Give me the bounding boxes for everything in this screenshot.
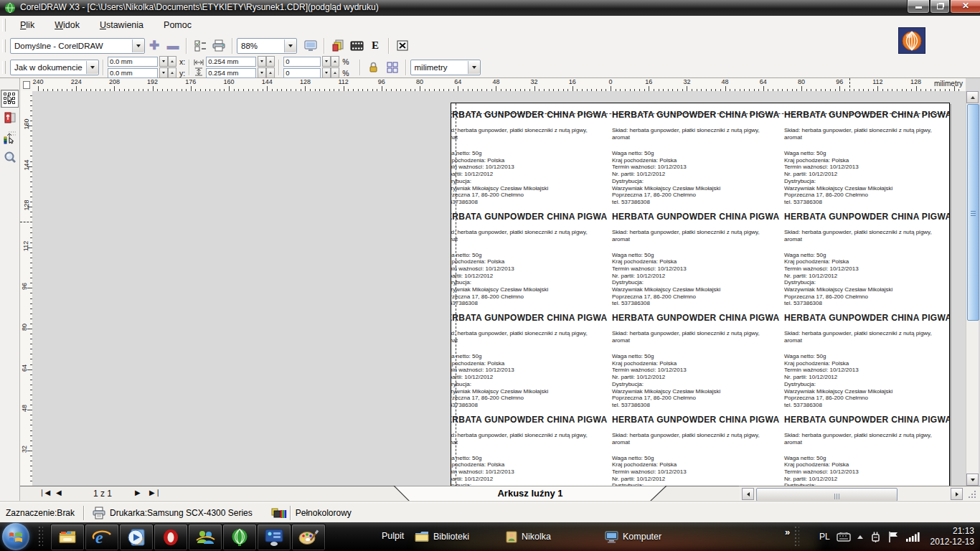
spin-up-button[interactable] <box>266 56 275 67</box>
delete-preset-button[interactable]: ▬ <box>164 37 182 55</box>
taskbar-nikolka-button[interactable]: Nikolka <box>506 527 551 547</box>
spin-down-button[interactable] <box>322 56 331 67</box>
position-y-input[interactable]: 0.0 mm <box>108 68 158 78</box>
close-button[interactable]: ✕ <box>950 0 980 14</box>
spin-down-button[interactable] <box>258 67 266 78</box>
taskbar-biblioteki-button[interactable]: Biblioteki <box>415 527 469 547</box>
next-page-button[interactable]: ▶ <box>135 489 141 496</box>
close-preview-button[interactable] <box>393 37 412 55</box>
menu-pomoc[interactable]: Pomoc <box>154 18 202 32</box>
scale-y-input[interactable]: 0 <box>283 68 321 78</box>
preset-combobox[interactable]: Domyślne - CorelDRAW <box>10 38 145 54</box>
keyboard-icon[interactable] <box>837 532 851 542</box>
units-dropdown-button[interactable] <box>468 61 480 74</box>
menu-ustawienia[interactable]: Ustawienia <box>90 18 154 32</box>
taskbar-opera-button[interactable] <box>154 524 188 551</box>
mirror-button[interactable]: E <box>366 37 385 55</box>
preview-canvas[interactable]: HERBATA GUNPOWDER CHINA PIGWA Skład: her… <box>32 91 966 486</box>
ruler-horizontal[interactable]: milimetry 240224208192176160144128112968… <box>32 78 966 92</box>
sheet-tab[interactable]: Arkusz luźny 1 <box>393 486 667 501</box>
tile-width-input[interactable]: 0.254 mm <box>206 57 256 67</box>
restore-button[interactable] <box>930 0 950 14</box>
vertical-scroll-thumb[interactable] <box>967 104 979 321</box>
ruler-corner[interactable] <box>20 78 33 92</box>
zoom-tool-button[interactable] <box>1 148 19 166</box>
lock-ratio-button[interactable] <box>364 58 383 77</box>
spin-down-button[interactable] <box>159 56 168 67</box>
print-button[interactable] <box>209 37 228 55</box>
spin-down-button[interactable] <box>159 67 168 78</box>
spin-up-button[interactable] <box>331 67 339 78</box>
position-x-input[interactable]: 0.0 mm <box>108 57 158 67</box>
spin-down-button[interactable] <box>258 56 266 67</box>
taskbar-grip[interactable] <box>39 527 43 547</box>
product-label[interactable]: HERBATA GUNPOWDER CHINA PIGWA Skład: her… <box>612 110 778 206</box>
spin-down-button[interactable] <box>322 67 331 78</box>
marks-placement-tool-button[interactable] <box>1 128 19 146</box>
product-label[interactable]: HERBATA GUNPOWDER CHINA PIGWA Skład: her… <box>451 110 606 206</box>
ruler-vertical[interactable]: milimetry 1601441281129680644832 <box>20 91 33 486</box>
product-label[interactable]: HERBATA GUNPOWDER CHINA PIGWA Skład: her… <box>612 212 778 308</box>
product-label[interactable]: HERBATA GUNPOWDER CHINA PIGWA Skład: her… <box>784 212 950 308</box>
taskbar-grip[interactable] <box>795 527 799 547</box>
vertical-scrollbar[interactable] <box>966 91 979 486</box>
taskbar-clock[interactable]: 21:13 2012-12-13 <box>930 526 974 547</box>
spin-up-button[interactable] <box>266 67 275 78</box>
show-hidden-icons-button[interactable] <box>857 535 863 539</box>
action-center-flag-icon[interactable] <box>888 531 899 543</box>
tile-height-input[interactable]: 0.254 mm <box>206 68 256 78</box>
product-label[interactable]: HERBATA GUNPOWDER CHINA PIGWA Skład: her… <box>784 313 950 409</box>
horizontal-scrollbar[interactable] <box>739 486 966 501</box>
imposition-layout-tool-button[interactable] <box>1 109 19 127</box>
imposition-settings-button[interactable] <box>383 58 402 77</box>
spin-up-button[interactable] <box>331 56 339 67</box>
first-page-button[interactable]: ❘◀ <box>39 489 50 496</box>
product-label[interactable]: HERBATA GUNPOWDER CHINA PIGWA Skład: her… <box>612 415 778 486</box>
previous-page-button[interactable]: ◀ <box>56 489 62 496</box>
scroll-left-button[interactable] <box>742 488 754 500</box>
image-position-combobox[interactable]: Jak w dokumencie <box>10 60 99 75</box>
pick-tool-button[interactable] <box>1 90 19 108</box>
add-preset-button[interactable]: ✚ <box>145 37 164 55</box>
taskbar-paint-button[interactable] <box>291 524 326 551</box>
spin-up-button[interactable] <box>168 56 176 67</box>
toolbar-grip[interactable] <box>2 39 6 52</box>
zoom-dropdown-button[interactable] <box>284 39 296 52</box>
taskbar-messenger-button[interactable] <box>188 524 222 551</box>
position-dropdown-button[interactable] <box>86 61 98 74</box>
taskbar-settings-button[interactable] <box>257 524 291 551</box>
toolbar-grip[interactable] <box>2 61 6 74</box>
scroll-right-button[interactable] <box>951 488 963 500</box>
units-combobox[interactable]: milimetry <box>410 60 481 75</box>
scale-x-input[interactable]: 0 <box>283 57 321 67</box>
scroll-up-button[interactable] <box>966 91 979 103</box>
printed-page[interactable]: HERBATA GUNPOWDER CHINA PIGWA Skład: her… <box>451 103 950 486</box>
product-label[interactable]: HERBATA GUNPOWDER CHINA PIGWA Skład: her… <box>784 110 950 206</box>
language-indicator[interactable]: PL <box>819 532 830 542</box>
taskbar-explorer-button[interactable] <box>50 524 85 551</box>
fullscreen-preview-button[interactable] <box>301 37 320 55</box>
resize-grip[interactable] <box>966 486 980 501</box>
scroll-down-button[interactable] <box>966 474 979 486</box>
product-label[interactable]: HERBATA GUNPOWDER CHINA PIGWA Skład: her… <box>451 212 606 308</box>
toolbar-overflow-chevron[interactable]: » <box>785 527 790 537</box>
invert-button[interactable] <box>347 37 366 55</box>
taskbar-coreldraw-button[interactable] <box>222 524 257 551</box>
power-plug-icon[interactable] <box>870 531 882 543</box>
zoom-combobox[interactable]: 88% <box>237 38 297 54</box>
print-options-button[interactable] <box>191 37 209 55</box>
taskbar-komputer-button[interactable]: Komputer <box>605 527 661 547</box>
horizontal-scroll-thumb[interactable] <box>756 488 897 501</box>
minimize-button[interactable] <box>907 0 930 14</box>
product-label[interactable]: HERBATA GUNPOWDER CHINA PIGWA Skład: her… <box>612 313 778 409</box>
taskbar-wmp-button[interactable] <box>119 524 154 551</box>
preset-dropdown-button[interactable] <box>132 39 144 52</box>
product-label[interactable]: HERBATA GUNPOWDER CHINA PIGWA Skład: her… <box>451 313 606 409</box>
network-signal-icon[interactable] <box>905 532 920 542</box>
spin-up-button[interactable] <box>168 67 176 78</box>
start-button[interactable] <box>2 523 29 550</box>
menu-grip[interactable] <box>2 19 6 32</box>
color-separations-button[interactable] <box>329 37 347 55</box>
menu-plik[interactable]: Plik <box>10 18 44 32</box>
taskbar-ie-button[interactable]: e <box>85 524 119 551</box>
